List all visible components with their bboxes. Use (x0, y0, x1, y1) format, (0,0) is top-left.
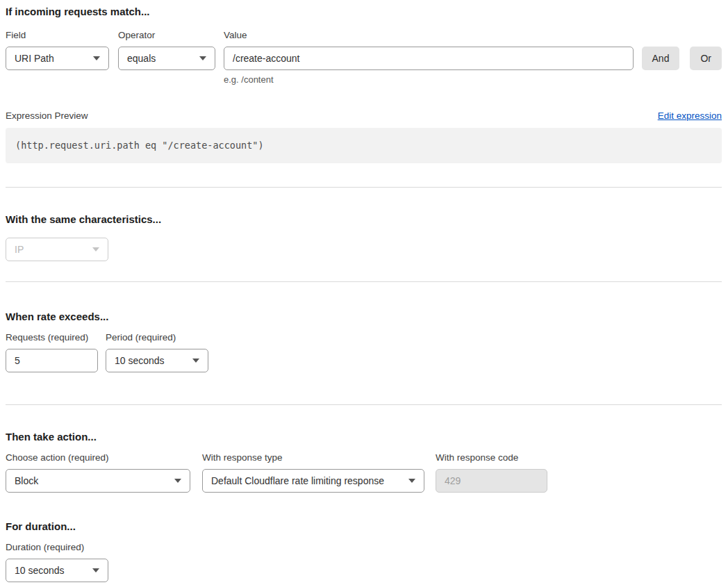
or-button[interactable]: Or (690, 47, 722, 70)
chevron-down-icon (199, 56, 206, 60)
period-select-value: 10 seconds (115, 355, 165, 366)
rate-controls-row: Requests (required) Period (required) 10… (6, 332, 722, 372)
response-code-label: With response code (436, 452, 547, 463)
choose-action-select-value: Block (15, 475, 38, 486)
logic-buttons: And Or (642, 47, 722, 70)
expression-preview-box: (http.request.uri.path eq "/create-accou… (6, 128, 722, 163)
response-type-group: With response type Default Cloudflare ra… (202, 452, 424, 493)
chevron-down-icon (92, 247, 99, 252)
operator-select[interactable]: equals (118, 47, 215, 70)
operator-group: Operator equals (118, 30, 215, 70)
section-divider (6, 404, 722, 405)
chevron-down-icon (192, 359, 199, 363)
field-group: Field URI Path (6, 30, 109, 70)
duration-group: Duration (required) 10 seconds (6, 542, 108, 582)
match-controls-row: Field URI Path Operator equals Value e.g… (6, 30, 722, 85)
value-label: Value (224, 30, 634, 41)
response-type-label: With response type (202, 452, 424, 463)
value-group: Value e.g. /content (224, 30, 634, 85)
match-section-heading: If incoming requests match... (6, 6, 722, 18)
field-select[interactable]: URI Path (6, 47, 109, 70)
chevron-down-icon (408, 479, 415, 483)
section-divider (6, 281, 722, 282)
duration-label: Duration (required) (6, 542, 108, 553)
field-select-value: URI Path (15, 53, 54, 64)
operator-label: Operator (118, 30, 215, 41)
chevron-down-icon (93, 56, 100, 60)
response-type-select[interactable]: Default Cloudflare rate limiting respons… (202, 469, 424, 493)
value-input[interactable] (224, 47, 634, 70)
duration-select-value: 10 seconds (15, 565, 65, 576)
choose-action-select[interactable]: Block (6, 469, 190, 493)
characteristics-section-heading: With the same characteristics... (6, 213, 722, 226)
action-section-heading: Then take action... (6, 431, 722, 443)
choose-action-label: Choose action (required) (6, 452, 190, 463)
chevron-down-icon (92, 568, 99, 572)
requests-input[interactable] (6, 349, 98, 372)
rate-limiting-rule-form: If incoming requests match... Field URI … (0, 0, 728, 582)
section-divider (6, 187, 722, 188)
period-select[interactable]: 10 seconds (106, 349, 208, 372)
response-code-group: With response code (436, 452, 547, 493)
period-label: Period (required) (106, 332, 208, 343)
rate-section-heading: When rate exceeds... (6, 311, 722, 323)
requests-label: Requests (required) (6, 332, 98, 343)
requests-group: Requests (required) (6, 332, 98, 372)
duration-select[interactable]: 10 seconds (6, 559, 108, 582)
edit-expression-link[interactable]: Edit expression (658, 110, 722, 122)
choose-action-group: Choose action (required) Block (6, 452, 190, 493)
field-label: Field (6, 30, 109, 41)
response-type-select-value: Default Cloudflare rate limiting respons… (211, 475, 384, 486)
operator-select-value: equals (127, 53, 156, 64)
chevron-down-icon (174, 479, 181, 483)
period-group: Period (required) 10 seconds (106, 332, 208, 372)
and-button[interactable]: And (642, 47, 680, 70)
characteristic-select-value: IP (15, 244, 24, 255)
expression-preview-header: Expression Preview Edit expression (6, 110, 722, 122)
expression-code: (http.request.uri.path eq "/create-accou… (15, 140, 264, 151)
duration-section-heading: For duration... (6, 520, 722, 533)
action-controls-row: Choose action (required) Block With resp… (6, 452, 722, 493)
response-code-input (436, 469, 547, 493)
characteristic-select: IP (6, 238, 108, 261)
expression-preview-label: Expression Preview (6, 110, 88, 122)
value-helper-text: e.g. /content (224, 74, 634, 85)
